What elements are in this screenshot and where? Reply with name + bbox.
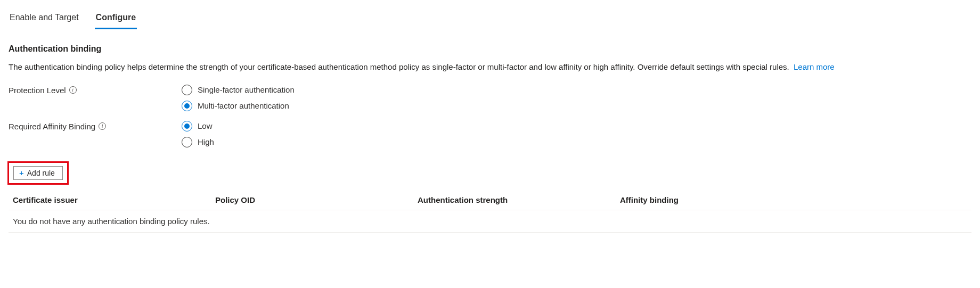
radio-multi-factor[interactable]: Multi-factor authentication bbox=[182, 101, 295, 111]
protection-level-radio-group: Single-factor authentication Multi-facto… bbox=[182, 85, 295, 111]
affinity-binding-label: Required Affinity Binding i bbox=[9, 121, 182, 131]
col-policy-oid[interactable]: Policy OID bbox=[215, 195, 418, 204]
radio-single-factor[interactable]: Single-factor authentication bbox=[182, 85, 295, 95]
radio-low-affinity[interactable]: Low bbox=[182, 121, 214, 131]
radio-label: Single-factor authentication bbox=[198, 85, 295, 94]
info-icon[interactable]: i bbox=[99, 122, 106, 130]
radio-high-affinity[interactable]: High bbox=[182, 137, 214, 147]
radio-label: High bbox=[198, 137, 214, 146]
tab-enable-and-target[interactable]: Enable and Target bbox=[9, 9, 80, 29]
plus-icon: + bbox=[19, 169, 24, 177]
col-auth-strength[interactable]: Authentication strength bbox=[418, 195, 620, 204]
radio-circle bbox=[182, 137, 192, 147]
tab-configure[interactable]: Configure bbox=[95, 9, 137, 29]
add-rule-highlight: + Add rule bbox=[7, 161, 69, 185]
radio-circle bbox=[182, 85, 192, 95]
add-rule-label: Add rule bbox=[27, 169, 55, 177]
radio-label: Multi-factor authentication bbox=[198, 101, 289, 110]
affinity-binding-row: Required Affinity Binding i Low High bbox=[9, 121, 971, 147]
radio-circle bbox=[182, 101, 192, 111]
affinity-radio-group: Low High bbox=[182, 121, 214, 147]
table-empty-message: You do not have any authentication bindi… bbox=[9, 210, 971, 233]
table-header: Certificate issuer Policy OID Authentica… bbox=[9, 191, 971, 210]
col-certificate-issuer[interactable]: Certificate issuer bbox=[13, 195, 215, 204]
radio-circle bbox=[182, 121, 192, 131]
section-heading: Authentication binding bbox=[9, 44, 971, 54]
rules-table: Certificate issuer Policy OID Authentica… bbox=[9, 191, 971, 233]
learn-more-link[interactable]: Learn more bbox=[794, 62, 835, 71]
section-description: The authentication binding policy helps … bbox=[9, 61, 971, 73]
tabs: Enable and Target Configure bbox=[9, 9, 971, 29]
info-icon[interactable]: i bbox=[69, 86, 77, 94]
col-affinity-binding[interactable]: Affinity binding bbox=[620, 195, 822, 204]
add-rule-button[interactable]: + Add rule bbox=[13, 166, 63, 180]
protection-level-label: Protection Level i bbox=[9, 85, 182, 95]
affinity-binding-label-text: Required Affinity Binding bbox=[9, 122, 95, 131]
description-text: The authentication binding policy helps … bbox=[9, 62, 789, 71]
protection-level-label-text: Protection Level bbox=[9, 86, 66, 95]
radio-label: Low bbox=[198, 121, 213, 130]
protection-level-row: Protection Level i Single-factor authent… bbox=[9, 85, 971, 111]
